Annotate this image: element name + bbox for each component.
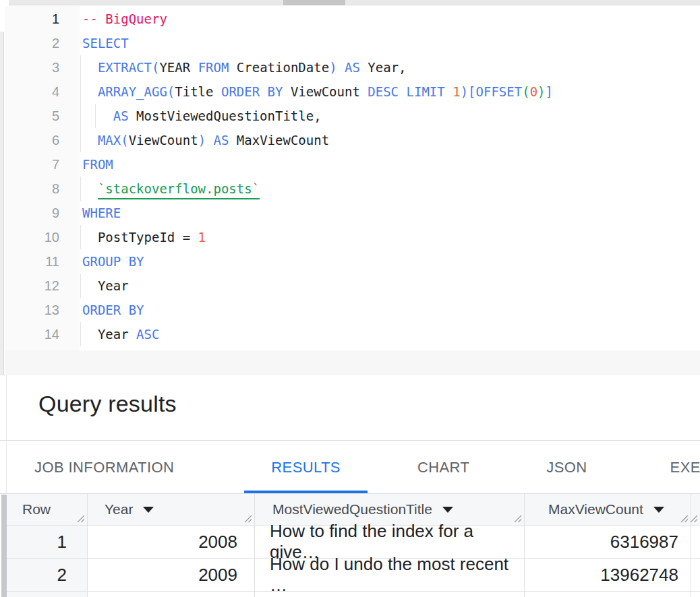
column-label: Row xyxy=(22,501,51,517)
table-cell: 6316987 xyxy=(525,526,691,558)
sort-arrow-icon[interactable] xyxy=(442,507,453,513)
top-scrollbar-track[interactable] xyxy=(0,0,700,5)
indent-guide xyxy=(80,177,81,201)
code-token: ARRAY_AGG xyxy=(98,84,167,99)
code-line-content: AS MostViewedQuestionTitle, xyxy=(80,104,700,128)
code-token xyxy=(82,84,98,99)
code-token xyxy=(82,60,98,75)
code-line: 2SELECT xyxy=(5,31,700,55)
results-left-scrollbar[interactable] xyxy=(1,495,7,597)
code-token: ) xyxy=(461,84,468,99)
column-resize-icon[interactable] xyxy=(679,513,689,524)
code-token: 1 xyxy=(453,84,460,99)
line-number: 4 xyxy=(5,80,59,104)
tab-chart[interactable]: CHART xyxy=(400,441,487,493)
code-token: [ xyxy=(468,84,475,99)
column-resize-icon[interactable] xyxy=(689,513,699,524)
code-token: LIMIT xyxy=(407,84,445,99)
column-header-extra[interactable] xyxy=(691,494,700,525)
tab-results[interactable]: RESULTS xyxy=(244,441,368,493)
line-number: 5 xyxy=(5,104,59,128)
code-line-content: `stackoverflow.posts` xyxy=(80,177,700,201)
code-line: 14 Year ASC xyxy=(5,322,700,346)
table-cell xyxy=(7,592,88,597)
sort-arrow-icon[interactable] xyxy=(653,507,664,513)
code-token: OFFSET xyxy=(476,84,523,99)
code-token: ASC xyxy=(136,327,159,342)
tab-json[interactable]: JSON xyxy=(529,441,604,493)
code-token: ( xyxy=(121,133,128,148)
table-cell xyxy=(255,592,525,597)
code-line: 8 `stackoverflow.posts` xyxy=(5,177,700,201)
code-token: MostViewedQuestionTitle, xyxy=(129,108,322,123)
column-label: MaxViewCount xyxy=(548,501,643,517)
query-results-title: Query results xyxy=(38,391,177,417)
table-cell: 2 xyxy=(7,559,88,591)
line-number: 2 xyxy=(5,31,59,55)
table-cell: 1 xyxy=(7,526,88,558)
code-token: Year xyxy=(82,278,129,293)
top-scrollbar-corner xyxy=(0,0,9,5)
code-line-content: MAX(ViewCount) AS MaxViewCount xyxy=(80,128,700,152)
code-line-content: FROM xyxy=(80,152,700,177)
top-scrollbar-thumb[interactable] xyxy=(283,0,345,5)
line-number: 9 xyxy=(5,201,59,225)
code-token: WHERE xyxy=(82,206,121,220)
column-header-maxviewcount[interactable]: MaxViewCount xyxy=(525,494,691,525)
results-table-header: RowYearMostViewedQuestionTitleMaxViewCou… xyxy=(7,494,700,526)
column-header-mostviewedquestiontitle[interactable]: MostViewedQuestionTitle xyxy=(255,494,525,525)
code-token xyxy=(337,60,345,75)
sort-arrow-icon[interactable] xyxy=(143,507,154,513)
code-token: ViewCount xyxy=(283,84,368,99)
indent-guide xyxy=(80,128,81,152)
column-header-row[interactable]: Row xyxy=(7,494,88,525)
code-line-content: -- BigQuery xyxy=(80,7,700,31)
code-token: AS xyxy=(113,108,129,123)
table-row xyxy=(7,592,700,597)
line-number: 12 xyxy=(5,274,59,298)
tab-label: JOB INFORMATION xyxy=(34,459,174,476)
code-token: AS xyxy=(214,133,229,148)
code-token xyxy=(82,108,113,123)
tab-execution-details[interactable]: EXECUTION DETAILS xyxy=(653,441,700,493)
column-resize-icon[interactable] xyxy=(243,513,253,524)
code-token: SELECT xyxy=(82,36,129,51)
table-cell-filler xyxy=(691,559,700,591)
line-number: 13 xyxy=(5,298,59,322)
line-number: 14 xyxy=(5,322,59,346)
table-cell: 2008 xyxy=(88,526,255,558)
code-token: EXTRACT xyxy=(98,60,152,75)
indent-guide xyxy=(80,80,81,104)
column-resize-icon[interactable] xyxy=(513,513,523,524)
code-token: 0 xyxy=(530,84,537,99)
code-token: ViewCount xyxy=(129,133,198,148)
column-header-year[interactable]: Year xyxy=(88,494,255,525)
code-token: PostTypeId = xyxy=(82,230,198,245)
table-cell xyxy=(88,592,255,597)
code-line-content: Year ASC xyxy=(80,322,700,346)
code-token: AS xyxy=(345,60,360,75)
code-token: ( xyxy=(522,84,529,99)
code-token xyxy=(190,60,198,75)
column-resize-icon[interactable] xyxy=(76,513,86,524)
results-tab-bar: JOB INFORMATIONRESULTSCHARTJSONEXECUTION… xyxy=(7,441,700,493)
indent-guide xyxy=(95,104,96,128)
line-number: 3 xyxy=(5,55,59,80)
code-token: DESC xyxy=(368,84,399,99)
tab-job-information[interactable]: JOB INFORMATION xyxy=(17,441,192,493)
code-token: MaxViewCount xyxy=(229,133,329,148)
sql-query-editor[interactable]: 1-- BigQuery2SELECT3 EXTRACT(YEAR FROM C… xyxy=(0,6,700,375)
results-table-body: 12008How to find the index for a give…63… xyxy=(0,526,700,597)
indent-guide xyxy=(80,274,81,298)
tab-label: EXECUTION DETAILS xyxy=(670,459,700,476)
indent-guide xyxy=(80,225,81,249)
code-token: ORDER BY xyxy=(82,303,144,317)
tab-label: JSON xyxy=(546,459,587,476)
code-token: FROM xyxy=(198,60,229,75)
code-token: ) xyxy=(537,84,545,99)
code-line-content: PostTypeId = 1 xyxy=(80,225,700,249)
tab-label: CHART xyxy=(417,459,469,476)
table-cell-filler xyxy=(691,592,700,597)
code-token: ) xyxy=(329,60,337,75)
table-cell: 13962748 xyxy=(525,559,691,591)
